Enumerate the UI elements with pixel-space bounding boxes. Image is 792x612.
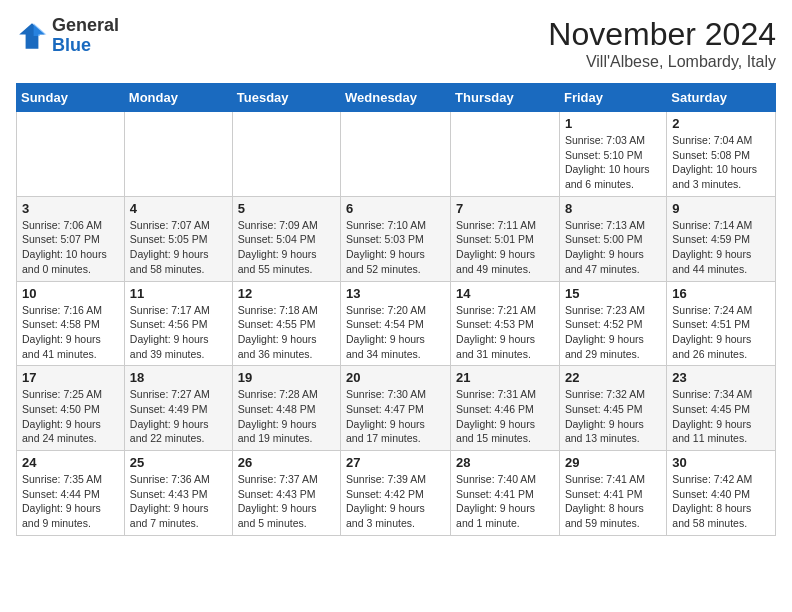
- day-info: Sunrise: 7:11 AMSunset: 5:01 PMDaylight:…: [456, 219, 536, 275]
- day-info: Sunrise: 7:32 AMSunset: 4:45 PMDaylight:…: [565, 388, 645, 444]
- calendar-cell: 5Sunrise: 7:09 AMSunset: 5:04 PMDaylight…: [232, 196, 340, 281]
- weekday-header-monday: Monday: [124, 84, 232, 112]
- calendar-cell: 25Sunrise: 7:36 AMSunset: 4:43 PMDayligh…: [124, 451, 232, 536]
- day-number: 19: [238, 370, 335, 385]
- day-number: 6: [346, 201, 445, 216]
- calendar-cell: [341, 112, 451, 197]
- day-info: Sunrise: 7:37 AMSunset: 4:43 PMDaylight:…: [238, 473, 318, 529]
- day-number: 29: [565, 455, 661, 470]
- title-block: November 2024 Vill'Albese, Lombardy, Ita…: [548, 16, 776, 71]
- day-number: 12: [238, 286, 335, 301]
- day-number: 16: [672, 286, 770, 301]
- day-number: 26: [238, 455, 335, 470]
- calendar-cell: 28Sunrise: 7:40 AMSunset: 4:41 PMDayligh…: [451, 451, 560, 536]
- calendar-cell: 17Sunrise: 7:25 AMSunset: 4:50 PMDayligh…: [17, 366, 125, 451]
- day-number: 18: [130, 370, 227, 385]
- day-info: Sunrise: 7:14 AMSunset: 4:59 PMDaylight:…: [672, 219, 752, 275]
- day-number: 15: [565, 286, 661, 301]
- calendar-cell: 15Sunrise: 7:23 AMSunset: 4:52 PMDayligh…: [559, 281, 666, 366]
- calendar-cell: [124, 112, 232, 197]
- day-info: Sunrise: 7:28 AMSunset: 4:48 PMDaylight:…: [238, 388, 318, 444]
- day-number: 4: [130, 201, 227, 216]
- calendar-table: SundayMondayTuesdayWednesdayThursdayFrid…: [16, 83, 776, 536]
- weekday-header-saturday: Saturday: [667, 84, 776, 112]
- logo-icon: [16, 20, 48, 52]
- calendar-cell: 8Sunrise: 7:13 AMSunset: 5:00 PMDaylight…: [559, 196, 666, 281]
- calendar-cell: 3Sunrise: 7:06 AMSunset: 5:07 PMDaylight…: [17, 196, 125, 281]
- calendar-cell: 14Sunrise: 7:21 AMSunset: 4:53 PMDayligh…: [451, 281, 560, 366]
- day-info: Sunrise: 7:07 AMSunset: 5:05 PMDaylight:…: [130, 219, 210, 275]
- weekday-header-row: SundayMondayTuesdayWednesdayThursdayFrid…: [17, 84, 776, 112]
- day-info: Sunrise: 7:34 AMSunset: 4:45 PMDaylight:…: [672, 388, 752, 444]
- day-number: 5: [238, 201, 335, 216]
- day-info: Sunrise: 7:36 AMSunset: 4:43 PMDaylight:…: [130, 473, 210, 529]
- calendar-cell: 21Sunrise: 7:31 AMSunset: 4:46 PMDayligh…: [451, 366, 560, 451]
- day-info: Sunrise: 7:23 AMSunset: 4:52 PMDaylight:…: [565, 304, 645, 360]
- day-info: Sunrise: 7:03 AMSunset: 5:10 PMDaylight:…: [565, 134, 650, 190]
- day-info: Sunrise: 7:39 AMSunset: 4:42 PMDaylight:…: [346, 473, 426, 529]
- calendar-cell: 26Sunrise: 7:37 AMSunset: 4:43 PMDayligh…: [232, 451, 340, 536]
- day-number: 9: [672, 201, 770, 216]
- day-info: Sunrise: 7:21 AMSunset: 4:53 PMDaylight:…: [456, 304, 536, 360]
- day-info: Sunrise: 7:40 AMSunset: 4:41 PMDaylight:…: [456, 473, 536, 529]
- day-info: Sunrise: 7:13 AMSunset: 5:00 PMDaylight:…: [565, 219, 645, 275]
- day-info: Sunrise: 7:30 AMSunset: 4:47 PMDaylight:…: [346, 388, 426, 444]
- day-number: 14: [456, 286, 554, 301]
- week-row-4: 24Sunrise: 7:35 AMSunset: 4:44 PMDayligh…: [17, 451, 776, 536]
- weekday-header-thursday: Thursday: [451, 84, 560, 112]
- day-info: Sunrise: 7:09 AMSunset: 5:04 PMDaylight:…: [238, 219, 318, 275]
- calendar-cell: 12Sunrise: 7:18 AMSunset: 4:55 PMDayligh…: [232, 281, 340, 366]
- svg-marker-0: [19, 23, 45, 49]
- calendar-cell: [232, 112, 340, 197]
- day-number: 25: [130, 455, 227, 470]
- day-number: 21: [456, 370, 554, 385]
- day-number: 23: [672, 370, 770, 385]
- day-info: Sunrise: 7:42 AMSunset: 4:40 PMDaylight:…: [672, 473, 752, 529]
- calendar-cell: 18Sunrise: 7:27 AMSunset: 4:49 PMDayligh…: [124, 366, 232, 451]
- calendar-cell: 22Sunrise: 7:32 AMSunset: 4:45 PMDayligh…: [559, 366, 666, 451]
- day-info: Sunrise: 7:06 AMSunset: 5:07 PMDaylight:…: [22, 219, 107, 275]
- weekday-header-wednesday: Wednesday: [341, 84, 451, 112]
- calendar-cell: 1Sunrise: 7:03 AMSunset: 5:10 PMDaylight…: [559, 112, 666, 197]
- week-row-2: 10Sunrise: 7:16 AMSunset: 4:58 PMDayligh…: [17, 281, 776, 366]
- day-number: 30: [672, 455, 770, 470]
- day-info: Sunrise: 7:27 AMSunset: 4:49 PMDaylight:…: [130, 388, 210, 444]
- calendar-cell: 16Sunrise: 7:24 AMSunset: 4:51 PMDayligh…: [667, 281, 776, 366]
- day-number: 1: [565, 116, 661, 131]
- month-title: November 2024: [548, 16, 776, 53]
- calendar-cell: 6Sunrise: 7:10 AMSunset: 5:03 PMDaylight…: [341, 196, 451, 281]
- logo: General Blue: [16, 16, 119, 56]
- day-info: Sunrise: 7:41 AMSunset: 4:41 PMDaylight:…: [565, 473, 645, 529]
- day-info: Sunrise: 7:16 AMSunset: 4:58 PMDaylight:…: [22, 304, 102, 360]
- page-header: General Blue November 2024 Vill'Albese, …: [16, 16, 776, 71]
- calendar-cell: 20Sunrise: 7:30 AMSunset: 4:47 PMDayligh…: [341, 366, 451, 451]
- calendar-cell: 30Sunrise: 7:42 AMSunset: 4:40 PMDayligh…: [667, 451, 776, 536]
- day-info: Sunrise: 7:20 AMSunset: 4:54 PMDaylight:…: [346, 304, 426, 360]
- calendar-cell: 4Sunrise: 7:07 AMSunset: 5:05 PMDaylight…: [124, 196, 232, 281]
- weekday-header-friday: Friday: [559, 84, 666, 112]
- day-number: 22: [565, 370, 661, 385]
- calendar-cell: 19Sunrise: 7:28 AMSunset: 4:48 PMDayligh…: [232, 366, 340, 451]
- logo-blue: Blue: [52, 36, 119, 56]
- day-number: 20: [346, 370, 445, 385]
- logo-general: General: [52, 16, 119, 36]
- calendar-cell: [451, 112, 560, 197]
- day-number: 13: [346, 286, 445, 301]
- calendar-cell: 29Sunrise: 7:41 AMSunset: 4:41 PMDayligh…: [559, 451, 666, 536]
- svg-marker-1: [34, 23, 47, 36]
- day-info: Sunrise: 7:25 AMSunset: 4:50 PMDaylight:…: [22, 388, 102, 444]
- week-row-0: 1Sunrise: 7:03 AMSunset: 5:10 PMDaylight…: [17, 112, 776, 197]
- day-number: 10: [22, 286, 119, 301]
- weekday-header-tuesday: Tuesday: [232, 84, 340, 112]
- location: Vill'Albese, Lombardy, Italy: [548, 53, 776, 71]
- day-number: 17: [22, 370, 119, 385]
- day-number: 27: [346, 455, 445, 470]
- calendar-cell: 9Sunrise: 7:14 AMSunset: 4:59 PMDaylight…: [667, 196, 776, 281]
- week-row-3: 17Sunrise: 7:25 AMSunset: 4:50 PMDayligh…: [17, 366, 776, 451]
- logo-text: General Blue: [52, 16, 119, 56]
- calendar-cell: 7Sunrise: 7:11 AMSunset: 5:01 PMDaylight…: [451, 196, 560, 281]
- day-info: Sunrise: 7:24 AMSunset: 4:51 PMDaylight:…: [672, 304, 752, 360]
- calendar-cell: 24Sunrise: 7:35 AMSunset: 4:44 PMDayligh…: [17, 451, 125, 536]
- calendar-cell: 13Sunrise: 7:20 AMSunset: 4:54 PMDayligh…: [341, 281, 451, 366]
- day-number: 2: [672, 116, 770, 131]
